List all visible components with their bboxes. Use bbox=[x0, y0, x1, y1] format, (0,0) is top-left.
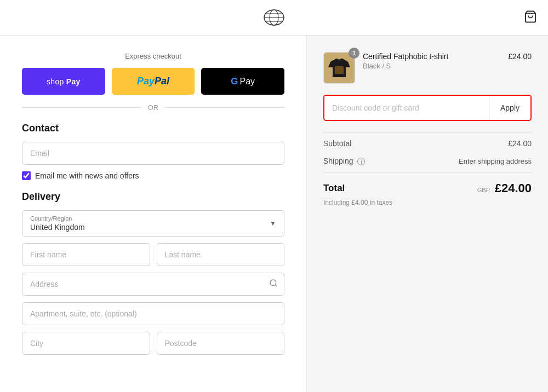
tax-note: Including £4.00 in taxes bbox=[323, 199, 532, 206]
paypal-label: PayPal bbox=[137, 76, 169, 87]
search-icon bbox=[269, 279, 278, 290]
email-field[interactable] bbox=[22, 142, 284, 165]
gpay-button[interactable]: G Pay bbox=[201, 68, 284, 95]
last-name-field[interactable] bbox=[157, 243, 285, 266]
newsletter-checkbox[interactable] bbox=[22, 171, 31, 180]
express-buttons: shop Pay PayPal G Pay bbox=[22, 68, 284, 95]
shipping-label: Shipping i bbox=[323, 157, 365, 165]
delivery-title: Delivery bbox=[22, 191, 284, 203]
right-panel: 1 Certified Fatphobic t-shirt Black / S … bbox=[307, 36, 548, 392]
tshirt-icon bbox=[328, 57, 351, 78]
total-amount-wrapper: GBP £24.00 bbox=[477, 181, 532, 195]
discount-input[interactable] bbox=[324, 96, 489, 120]
shop-pay-label: shop Pay bbox=[47, 77, 81, 86]
shipping-row: Shipping i Enter shipping address bbox=[323, 152, 532, 170]
divider-1 bbox=[323, 132, 532, 132]
newsletter-label: Email me with news and offers bbox=[35, 171, 139, 180]
paypal-button[interactable]: PayPal bbox=[112, 68, 195, 95]
city-row bbox=[22, 332, 284, 355]
total-value: £24.00 bbox=[495, 181, 532, 195]
product-price: £24.00 bbox=[508, 52, 532, 61]
gpay-g: G bbox=[231, 76, 238, 87]
header bbox=[0, 0, 548, 36]
first-name-field[interactable] bbox=[22, 243, 150, 266]
country-label: Country/Region bbox=[30, 215, 276, 222]
product-variant: Black / S bbox=[363, 62, 500, 70]
subtotal-label: Subtotal bbox=[323, 139, 351, 148]
shipping-value: Enter shipping address bbox=[459, 157, 532, 165]
chevron-down-icon: ▼ bbox=[270, 220, 276, 227]
left-panel: Express checkout shop Pay PayPal G Pay O… bbox=[0, 36, 307, 392]
newsletter-row: Email me with news and offers bbox=[22, 171, 284, 180]
express-checkout-label: Express checkout bbox=[22, 52, 284, 60]
total-row: Total GBP £24.00 bbox=[323, 175, 532, 198]
subtotal-row: Subtotal £24.00 bbox=[323, 135, 532, 152]
subtotal-value: £24.00 bbox=[508, 139, 532, 148]
address-field[interactable] bbox=[22, 273, 284, 296]
main-layout: Express checkout shop Pay PayPal G Pay O… bbox=[0, 36, 548, 392]
logo bbox=[260, 7, 288, 28]
apt-field[interactable] bbox=[22, 302, 284, 325]
discount-box: Apply bbox=[323, 95, 532, 121]
product-badge: 1 bbox=[349, 48, 359, 59]
total-label: Total bbox=[323, 183, 345, 194]
product-info: Certified Fatphobic t-shirt Black / S bbox=[363, 52, 500, 70]
gpay-pay: Pay bbox=[240, 77, 255, 87]
country-select[interactable]: Country/Region United Kingdom ▼ bbox=[22, 210, 284, 237]
apply-button[interactable]: Apply bbox=[489, 96, 530, 120]
contact-title: Contact bbox=[22, 123, 284, 134]
or-divider: OR bbox=[22, 103, 284, 112]
name-row bbox=[22, 243, 284, 266]
city-field[interactable] bbox=[22, 332, 150, 355]
svg-rect-10 bbox=[335, 66, 344, 74]
logo-icon bbox=[260, 7, 288, 28]
shop-pay-button[interactable]: shop Pay bbox=[22, 68, 105, 95]
svg-point-6 bbox=[270, 280, 276, 286]
product-image-wrapper: 1 bbox=[323, 52, 355, 84]
order-item: 1 Certified Fatphobic t-shirt Black / S … bbox=[323, 52, 532, 84]
cart-icon[interactable] bbox=[524, 10, 537, 25]
info-icon: i bbox=[357, 158, 365, 165]
svg-line-7 bbox=[275, 285, 277, 286]
divider-2 bbox=[323, 172, 532, 172]
address-wrapper bbox=[22, 273, 284, 296]
product-name: Certified Fatphobic t-shirt bbox=[363, 52, 500, 61]
postcode-field[interactable] bbox=[157, 332, 285, 355]
country-value: United Kingdom bbox=[30, 223, 276, 232]
total-currency: GBP bbox=[477, 187, 490, 193]
